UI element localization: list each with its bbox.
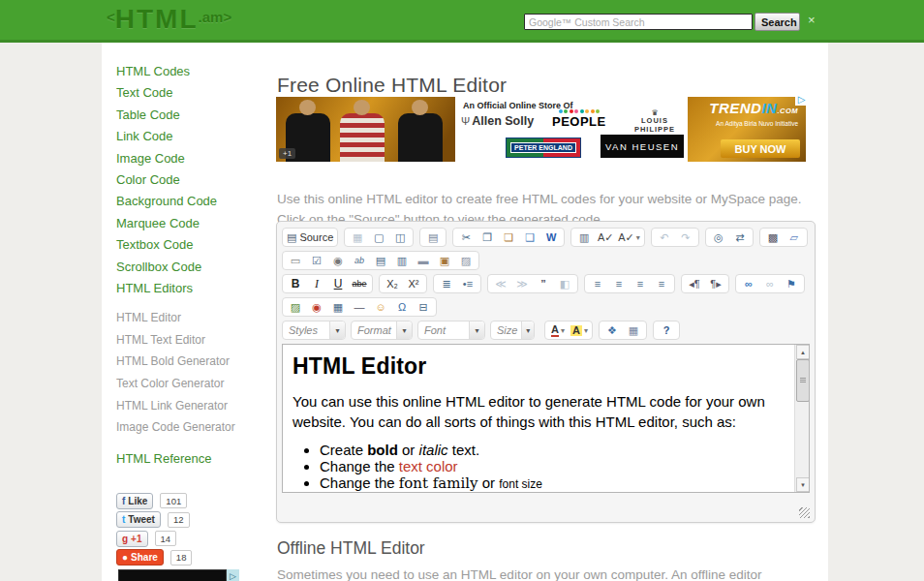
templates-icon[interactable]: ▤ [422, 229, 444, 246]
radio-button-icon[interactable]: ◉ [327, 253, 349, 269]
page-break-icon[interactable]: ⊟ [413, 299, 434, 316]
social-button[interactable]: tTweet [116, 511, 161, 528]
hidden-field-icon[interactable]: ▨ [455, 253, 477, 269]
sidebar-item-html-codes[interactable]: HTML Codes [116, 64, 271, 85]
horizontal-line-icon[interactable]: — [349, 299, 370, 316]
close-icon[interactable]: × [808, 13, 816, 27]
resize-grip[interactable] [799, 507, 810, 518]
remove-format-icon[interactable]: ▱ [784, 229, 805, 246]
source-button[interactable]: ▤Source [285, 229, 335, 246]
align-left-icon[interactable]: ≡ [587, 276, 608, 292]
find-icon[interactable]: ◎ [708, 229, 729, 246]
checkbox-icon[interactable]: ☑ [306, 253, 327, 269]
size-dropdown[interactable]: Size▾ [490, 321, 535, 340]
adchoices-icon[interactable]: ▷ [227, 569, 239, 581]
decrease-indent-icon[interactable]: ≪ [490, 276, 511, 292]
sidebar-item-text-color-generator[interactable]: Text Color Generator [116, 377, 271, 399]
maximize-icon[interactable]: ❖ [601, 322, 623, 339]
button-icon[interactable]: ▬ [413, 253, 434, 269]
strikethrough-icon[interactable]: abe [349, 276, 370, 292]
superscript-icon[interactable]: X² [403, 276, 424, 292]
sidebar-ad[interactable]: ▷ [118, 569, 239, 581]
adchoices-icon[interactable]: ▷ [795, 93, 808, 106]
scrollbar-thumb[interactable] [796, 359, 810, 402]
social-button[interactable]: fLike [116, 493, 153, 509]
sidebar-item-table-code[interactable]: Table Code [116, 107, 271, 129]
align-center-icon[interactable]: ≡ [608, 276, 630, 292]
search-input[interactable] [524, 14, 753, 30]
anchor-icon[interactable]: ⚑ [781, 276, 802, 292]
paste-as-text-icon[interactable]: ❑ [519, 229, 540, 246]
sidebar-item-html-editor[interactable]: HTML Editor [116, 311, 271, 333]
scayt-icon[interactable]: A✓ [616, 229, 642, 246]
site-logo[interactable]: <HTML.am> [107, 4, 231, 35]
sidebar-item-link-code[interactable]: Link Code [116, 129, 271, 150]
sidebar-item-html-link-generator[interactable]: HTML Link Generator [116, 399, 271, 421]
scroll-down-icon[interactable]: ▼ [796, 477, 810, 492]
replace-icon[interactable]: ⇄ [729, 229, 751, 246]
buy-now-button[interactable]: BUY NOW [721, 139, 800, 158]
text-direction-ltr-icon[interactable]: ◂¶ [684, 276, 705, 292]
sidebar-item-html-editors[interactable]: HTML Editors [116, 281, 271, 302]
sidebar-item-background-code[interactable]: Background Code [116, 194, 271, 215]
text-color-button[interactable]: A [547, 322, 569, 339]
flash-icon[interactable]: ◉ [306, 299, 327, 316]
ad-plus-one-badge[interactable]: +1 [279, 148, 295, 159]
select-all-icon[interactable]: ▩ [762, 229, 784, 246]
bold-icon[interactable]: B [285, 276, 306, 292]
increase-indent-icon[interactable]: ≫ [511, 276, 533, 292]
sidebar-item-html-reference[interactable]: HTML Reference [116, 451, 271, 473]
image-icon[interactable]: ▨ [285, 299, 306, 316]
paste-from-word-icon[interactable]: W [540, 229, 562, 246]
image-button-icon[interactable]: ▣ [434, 253, 455, 269]
sidebar-item-text-code[interactable]: Text Code [116, 85, 271, 107]
sidebar-item-textbox-code[interactable]: Textbox Code [116, 237, 271, 259]
cut-icon[interactable]: ✂ [455, 229, 477, 246]
align-justify-icon[interactable]: ≡ [651, 276, 672, 292]
text-field-icon[interactable]: ab [349, 253, 370, 269]
selection-field-icon[interactable]: ▥ [391, 253, 413, 269]
smiley-icon[interactable]: ☺ [370, 299, 391, 316]
social-button[interactable]: g+1 [116, 531, 148, 547]
paste-icon[interactable]: ❏ [498, 229, 519, 246]
sidebar-item-marquee-code[interactable]: Marquee Code [116, 216, 271, 237]
link-icon[interactable]: ∞ [738, 276, 759, 292]
spell-check-icon[interactable]: A✓ [595, 229, 616, 246]
background-color-button[interactable]: A [569, 322, 590, 339]
sidebar-item-html-bold-generator[interactable]: HTML Bold Generator [116, 354, 271, 377]
font-dropdown[interactable]: Font▾ [417, 321, 485, 340]
social-button[interactable]: ●Share [116, 549, 164, 566]
new-page-icon[interactable]: ▢ [368, 229, 389, 246]
copy-icon[interactable]: ❐ [477, 229, 498, 246]
table-icon[interactable]: ▦ [327, 299, 349, 316]
sidebar-item-html-text-editor[interactable]: HTML Text Editor [116, 333, 271, 355]
form-icon[interactable]: ▭ [285, 253, 306, 269]
italic-icon[interactable]: I [306, 276, 327, 292]
sidebar-item-image-code[interactable]: Image Code [116, 151, 271, 172]
editor-content-area[interactable]: HTML Editor You can use this online HTML… [282, 344, 810, 493]
search-button[interactable]: Search [755, 13, 800, 31]
underline-icon[interactable]: U [327, 276, 349, 292]
undo-icon[interactable]: ↶ [654, 229, 675, 246]
unlink-icon[interactable]: ∞ [759, 276, 781, 292]
bulleted-list-icon[interactable]: •≡ [457, 276, 478, 292]
blockquote-icon[interactable]: ” [533, 276, 554, 292]
redo-icon[interactable]: ↷ [675, 229, 696, 246]
sidebar-item-color-code[interactable]: Color Code [116, 172, 271, 194]
about-icon[interactable]: ? [656, 322, 677, 339]
sidebar-item-scrollbox-code[interactable]: Scrollbox Code [116, 260, 271, 281]
special-character-icon[interactable]: Ω [391, 299, 413, 316]
scrollbar[interactable]: ▲ ▼ [794, 345, 809, 492]
sidebar-ad-image[interactable] [118, 569, 227, 581]
text-direction-rtl-icon[interactable]: ¶▸ [705, 276, 726, 292]
textarea-icon[interactable]: ▤ [370, 253, 391, 269]
align-right-icon[interactable]: ≡ [630, 276, 651, 292]
div-container-icon[interactable]: ◧ [554, 276, 575, 292]
numbered-list-icon[interactable]: ≣ [436, 276, 457, 292]
scroll-up-icon[interactable]: ▲ [796, 345, 810, 359]
preview-icon[interactable]: ◫ [389, 229, 411, 246]
styles-dropdown[interactable]: Styles▾ [282, 321, 346, 340]
format-dropdown[interactable]: Format▾ [351, 321, 413, 340]
show-blocks-icon[interactable]: ▦ [623, 322, 644, 339]
save-icon[interactable]: ▦ [347, 229, 368, 246]
